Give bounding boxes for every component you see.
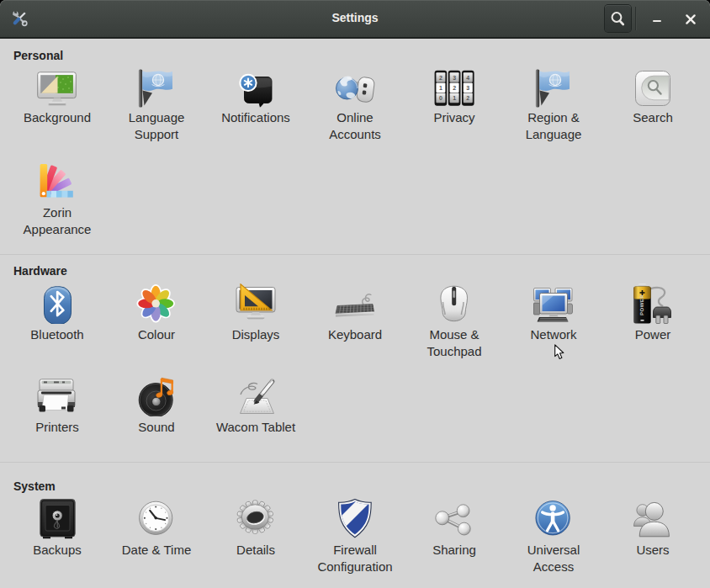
svg-text:3: 3 xyxy=(453,75,456,81)
svg-text:2: 2 xyxy=(439,75,442,81)
svg-text:4: 4 xyxy=(466,75,469,81)
svg-text:0: 0 xyxy=(439,95,442,101)
svg-text:1: 1 xyxy=(453,95,456,101)
svg-text:1: 1 xyxy=(439,85,442,91)
svg-text:POWER: POWER xyxy=(639,294,644,315)
svg-text:2: 2 xyxy=(466,95,469,101)
svg-text:3: 3 xyxy=(466,85,469,91)
svg-text:2: 2 xyxy=(453,85,456,91)
